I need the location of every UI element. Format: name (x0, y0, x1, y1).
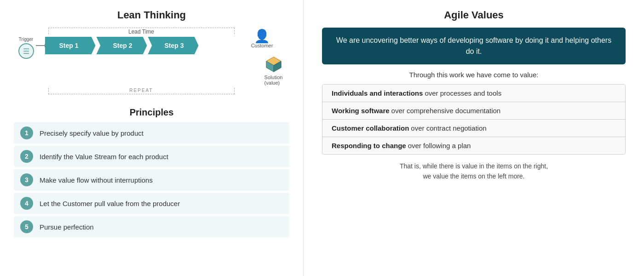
value-row: Customer collaboration over contract neg… (322, 120, 625, 137)
principle-number: 1 (20, 126, 33, 139)
right-panel: Agile Values We are uncovering better wa… (304, 0, 644, 276)
principle-text: Precisely specify value by product (40, 129, 144, 137)
principle-number: 4 (20, 197, 33, 210)
principles-list: 1Precisely specify value by product2Iden… (14, 122, 289, 237)
person-icon: 👤 (254, 30, 270, 43)
solution-icon-area: Solution(value) (264, 55, 283, 86)
value-rest: over processes and tools (425, 89, 501, 97)
customer-icon-area: 👤 Customer (239, 30, 285, 48)
value-bold: Individuals and interactions (332, 89, 423, 97)
value-bold: Working software (332, 107, 390, 115)
principle-item: 5Pursue perfection (14, 216, 289, 237)
solution-label: Solution(value) (264, 75, 283, 86)
lean-title: Lean Thinking (14, 9, 289, 21)
principle-number: 3 (20, 173, 33, 186)
value-row: Individuals and interactions over proces… (322, 85, 625, 102)
principle-number: 2 (20, 150, 33, 163)
trigger-label: Trigger (19, 37, 33, 42)
cube-svg (264, 55, 283, 74)
principle-number: 5 (20, 220, 33, 233)
principle-text: Pursue perfection (40, 223, 94, 231)
left-panel: Lean Thinking Lead Time Trigger ☰ Step 1… (0, 0, 304, 276)
customer-label: Customer (251, 43, 273, 48)
value-row: Responding to change over following a pl… (322, 137, 625, 154)
step1-shape: Step 1 (45, 37, 96, 54)
principle-item: 1Precisely specify value by product (14, 122, 289, 144)
principle-item: 4Let the Customer pull value from the pr… (14, 193, 289, 214)
principles-title: Principles (14, 107, 289, 118)
manifesto-text: We are uncovering better ways of develop… (336, 36, 611, 55)
value-bold: Customer collaboration (332, 124, 409, 132)
principle-item: 2Identify the Value Stream for each prod… (14, 146, 289, 167)
step2-shape: Step 2 (97, 37, 147, 54)
principle-text: Make value flow without interruptions (40, 176, 153, 184)
value-footer: That is, while there is value in the ite… (322, 161, 626, 182)
manifesto-box: We are uncovering better ways of develop… (322, 28, 626, 64)
arrow-connector (36, 45, 45, 46)
customer-figure: 👤 Customer (251, 30, 273, 48)
trigger-area: Trigger ☰ (18, 37, 34, 59)
principle-text: Let the Customer pull value from the pro… (40, 200, 180, 207)
principle-item: 3Make value flow without interruptions (14, 169, 289, 190)
steps-row: Step 1 Step 2 Step 3 (45, 37, 200, 54)
lean-diagram: Lead Time Trigger ☰ Step 1 Step 2 Step 3… (18, 28, 285, 99)
value-rest: over following a plan (408, 142, 471, 150)
lead-time-label: Lead Time (48, 28, 235, 34)
step3-shape: Step 3 (148, 37, 199, 54)
value-intro: Through this work we have come to value: (322, 71, 626, 79)
principle-text: Identify the Value Stream for each produ… (40, 153, 168, 161)
values-table: Individuals and interactions over proces… (322, 84, 626, 155)
value-rest: over comprehensive documentation (391, 107, 501, 115)
value-rest: over contract negotiation (411, 124, 486, 132)
trigger-icon: ☰ (18, 43, 34, 59)
value-row: Working software over comprehensive docu… (322, 102, 625, 120)
repeat-label: REPEAT (48, 88, 235, 94)
value-bold: Responding to change (332, 142, 406, 150)
agile-title: Agile Values (322, 9, 626, 21)
